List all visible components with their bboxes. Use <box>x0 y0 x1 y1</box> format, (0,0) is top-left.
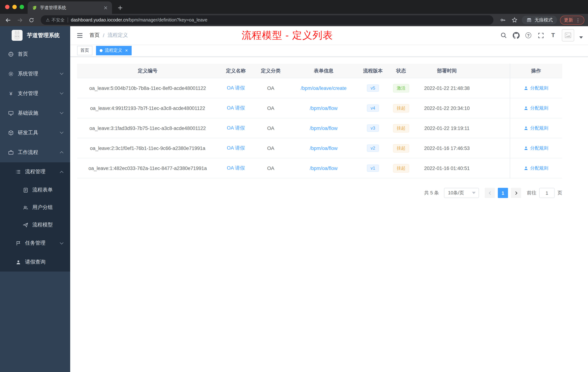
sidebar-item-process-model[interactable]: 流程模型 <box>0 216 70 234</box>
form-link[interactable]: /bpm/oa/flow <box>310 145 337 151</box>
form-link[interactable]: /bpm/oa/flow <box>310 125 337 131</box>
sidebar-item-infrastructure[interactable]: 基础设施 <box>0 103 70 123</box>
table-row: oa_leave:1:482ec033-762a-11ec-8477-a2380… <box>77 158 562 178</box>
back-icon[interactable] <box>4 16 12 24</box>
sidebar-item-user-group[interactable]: 用户分组 <box>0 199 70 216</box>
page-content: 定义编号 定义名称 定义分类 表单信息 流程版本 状态 部署时间 操作 oa_l… <box>70 57 588 198</box>
sidebar-item-label: 请假查询 <box>25 259 45 265</box>
sidebar-item-payment[interactable]: ¥ 支付管理 <box>0 84 70 103</box>
sidebar-item-label: 系统管理 <box>18 71 38 77</box>
monitor-icon <box>8 110 14 116</box>
help-icon[interactable]: ? <box>525 32 532 39</box>
url-host: dashboard.yudao.iocoder.cn <box>71 17 128 22</box>
user-icon <box>524 166 528 171</box>
status-badge: 挂起 <box>393 124 409 132</box>
browser-toolbar: ⚠ 不安全 dashboard.yudao.iocoder.cn/bpm/man… <box>0 14 588 26</box>
sidebar-item-workflow[interactable]: 工作流程 <box>0 143 70 162</box>
assign-rule-button[interactable]: 分配规则 <box>524 145 548 151</box>
form-link[interactable]: /bpm/oa/flow <box>310 165 337 171</box>
github-icon[interactable] <box>512 32 520 39</box>
definition-category: OA <box>267 145 274 151</box>
definition-name-link[interactable]: OA 请假 <box>227 165 245 171</box>
form-link[interactable]: /bpm/oa/flow <box>310 105 337 111</box>
definition-name-link[interactable]: OA 请假 <box>227 125 245 131</box>
chevron-down-icon <box>60 110 63 114</box>
app-title: 芋道管理系统 <box>27 32 60 39</box>
assign-rule-label: 分配规则 <box>530 85 548 91</box>
bookmark-star-icon[interactable] <box>510 16 519 24</box>
version-badge: v5 <box>367 85 379 92</box>
sidebar-item-home[interactable]: 首页 <box>0 44 70 64</box>
search-icon[interactable] <box>500 32 507 39</box>
fullscreen-icon[interactable] <box>537 32 544 39</box>
app-logo[interactable]: 芋道管理系统 <box>0 26 70 44</box>
column-header: 表单信息 <box>288 64 359 78</box>
sidebar-item-label: 流程表单 <box>32 187 53 193</box>
prev-page-button[interactable] <box>485 188 495 198</box>
minimize-window-button[interactable] <box>12 5 17 9</box>
hamburger-icon[interactable] <box>76 31 84 39</box>
update-label: 更新 <box>564 17 573 23</box>
assign-rule-button[interactable]: 分配规则 <box>524 125 548 131</box>
sidebar-item-label: 流程管理 <box>25 169 45 175</box>
tag-process-definition[interactable]: 流程定义 × <box>96 46 131 55</box>
sidebar-submenu-workflow: 流程管理 流程表单 用户分组 <box>0 162 70 272</box>
page-number-button[interactable]: 1 <box>498 188 508 198</box>
sidebar-item-process-management[interactable]: 流程管理 <box>0 162 70 181</box>
browser-update-button[interactable]: 更新 ⋮ <box>560 15 584 25</box>
definition-name-link[interactable]: OA 请假 <box>227 145 245 152</box>
tab-title: 芋道管理系统 <box>40 5 100 11</box>
breadcrumb-home[interactable]: 首页 <box>89 32 100 39</box>
definition-id: oa_leave:5:004b710b-7b8a-11ec-8ef0-acde4… <box>89 85 206 91</box>
status-badge: 挂起 <box>393 164 409 172</box>
form-link[interactable]: /bpm/oa/leave/create <box>301 85 346 91</box>
address-bar[interactable]: ⚠ 不安全 dashboard.yudao.iocoder.cn/bpm/man… <box>41 15 494 25</box>
chevron-up-icon <box>60 151 63 155</box>
page-size-select[interactable]: 10条/页 <box>444 188 479 198</box>
more-icon[interactable]: ⋮ <box>576 17 580 23</box>
new-tab-button[interactable] <box>115 2 125 13</box>
chevron-up-icon <box>60 171 63 175</box>
deploy-time: 2022-01-16 17:46:53 <box>424 145 470 151</box>
navbar-actions: ? T <box>500 26 583 44</box>
assign-rule-label: 分配规则 <box>530 165 548 171</box>
sidebar-item-devtools[interactable]: 研发工具 <box>0 123 70 143</box>
reload-icon[interactable] <box>27 16 36 24</box>
tab-close-icon[interactable] <box>103 5 108 11</box>
tag-label: 首页 <box>80 47 89 54</box>
sidebar-item-process-form[interactable]: 流程表单 <box>0 181 70 199</box>
goto-page-input[interactable] <box>539 188 555 198</box>
assign-rule-button[interactable]: 分配规则 <box>524 165 548 171</box>
sidebar-item-label: 任务管理 <box>25 240 45 246</box>
next-page-button[interactable] <box>511 188 521 198</box>
sidebar-item-system[interactable]: 系统管理 <box>0 64 70 84</box>
sidebar-item-label: 研发工具 <box>18 130 38 136</box>
sidebar-item-leave-query[interactable]: 请假查询 <box>0 253 70 272</box>
zoom-window-button[interactable] <box>20 5 24 9</box>
key-icon[interactable] <box>499 16 507 24</box>
assign-rule-button[interactable]: 分配规则 <box>524 85 548 91</box>
browser-tab[interactable]: 芋道管理系统 <box>28 1 112 14</box>
definition-name-link[interactable]: OA 请假 <box>227 85 245 91</box>
sidebar-item-task-management[interactable]: 任务管理 <box>0 234 70 253</box>
definition-id: oa_leave:2:3c1f0ef1-76b1-11ec-9c66-a2380… <box>90 145 205 151</box>
user-icon <box>524 146 528 151</box>
avatar[interactable] <box>562 29 574 42</box>
omnibox-separator <box>68 17 68 22</box>
security-warning[interactable]: ⚠ 不安全 <box>46 17 65 23</box>
browser-window: 芋道管理系统 ⚠ 不安全 dashboard.yudao.iocoder.cn/… <box>0 0 588 372</box>
tag-close-icon[interactable]: × <box>125 48 128 53</box>
tag-home[interactable]: 首页 <box>77 46 92 55</box>
warning-icon: ⚠ <box>46 17 50 22</box>
definition-name-link[interactable]: OA 请假 <box>227 105 245 111</box>
briefcase-icon <box>8 150 14 155</box>
status-badge: 挂起 <box>393 144 409 152</box>
forward-icon[interactable] <box>15 16 24 24</box>
send-icon <box>22 222 28 228</box>
avatar-caret-icon[interactable] <box>579 36 583 39</box>
sidebar-item-label: 基础设施 <box>18 110 38 117</box>
assign-rule-button[interactable]: 分配规则 <box>524 105 548 111</box>
close-window-button[interactable] <box>5 5 10 9</box>
fontsize-icon[interactable]: T <box>549 32 557 39</box>
sidebar-item-label: 流程模型 <box>32 222 53 228</box>
